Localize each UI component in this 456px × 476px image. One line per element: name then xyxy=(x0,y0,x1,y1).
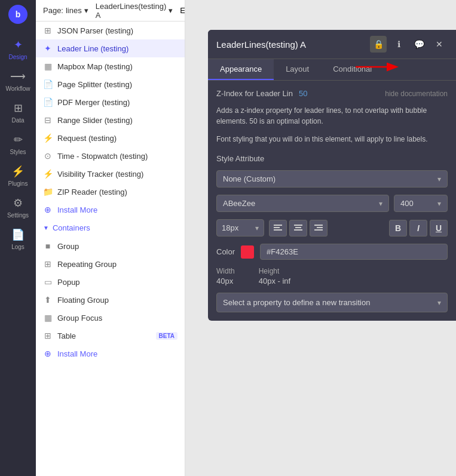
width-item: Width 40px xyxy=(216,267,235,285)
z-index-value[interactable]: 50 xyxy=(299,89,307,98)
sidebar-item-install-more-1[interactable]: ⊕ Install More xyxy=(36,201,185,219)
page-label: Page: xyxy=(43,6,63,15)
height-label: Height xyxy=(259,267,290,275)
containers-label: Containers xyxy=(53,223,90,232)
svg-rect-8 xyxy=(314,225,323,226)
containers-section-header[interactable]: ▼ Containers xyxy=(36,219,185,237)
sidebar-item-floating-group[interactable]: ⬆ Floating Group xyxy=(36,291,185,309)
leader-line-icon: ✦ xyxy=(43,44,53,53)
nav-item-design[interactable]: ✦ Design xyxy=(0,33,36,65)
font-size-dropdown[interactable]: 18px ▾ xyxy=(216,219,264,237)
install-more-2-icon: ⊕ xyxy=(43,349,53,358)
nav-item-workflow[interactable]: ⟶ Workflow xyxy=(0,65,36,97)
sidebar-item-page-splitter[interactable]: 📄 Page Splitter (testing) xyxy=(36,75,185,93)
width-height-row: Width 40px Height 40px - inf xyxy=(216,267,448,285)
sidebar-item-table[interactable]: ⊞ Table BETA xyxy=(36,327,185,345)
nav-label-design: Design xyxy=(8,54,27,60)
doc-text-2: Font styling that you will do in this el… xyxy=(216,134,448,145)
style-attribute-value: None (Custom) xyxy=(223,174,276,183)
sidebar-item-time-stopwatch[interactable]: ⊙ Time - Stopwatch (testing) xyxy=(36,147,185,165)
font-family-value: ABeeZee xyxy=(223,199,255,208)
nav-item-data[interactable]: ⊞ Data xyxy=(0,97,36,128)
page-splitter-icon: 📄 xyxy=(43,79,53,89)
sidebar-item-json-parser[interactable]: ⊞ JSON Parser (testing) xyxy=(36,22,185,39)
sidebar-item-group[interactable]: ■ Group xyxy=(36,237,185,255)
sidebar-item-group-focus[interactable]: ▦ Group Focus xyxy=(36,309,185,327)
underline-button[interactable]: U xyxy=(430,220,448,237)
sidebar-item-popup[interactable]: ▭ Popup xyxy=(36,273,185,291)
request-icon: ⚡ xyxy=(43,133,53,143)
tab-layout[interactable]: Layout xyxy=(274,59,321,80)
doc-text-1: Adds a z-index property for leader lines… xyxy=(216,105,448,127)
edit-button[interactable]: Edit xyxy=(180,6,185,15)
element-chevron-icon: ▾ xyxy=(169,6,173,15)
size-align-row: 18px ▾ xyxy=(216,219,448,237)
sidebar-item-label: Leader Line (testing) xyxy=(57,44,128,53)
popup-icon: ▭ xyxy=(43,277,53,287)
group-icon: ■ xyxy=(43,241,53,251)
transition-chevron-icon: ▾ xyxy=(437,299,441,307)
align-right-button[interactable] xyxy=(310,220,328,237)
containers-list: ■ Group ⊞ Repeating Group ▭ Popup ⬆ Floa… xyxy=(36,237,185,363)
sidebar-item-pdf-merger[interactable]: 📄 PDF Merger (testing) xyxy=(36,93,185,111)
panel-header: LeaderLines(testing) A 🔒 ℹ 💬 ✕ xyxy=(208,30,456,59)
element-name: LeaderLines(testing) A xyxy=(96,2,167,20)
page-selector[interactable]: Page: lines ▾ xyxy=(43,6,88,15)
style-attribute-dropdown[interactable]: None (Custom) ▾ xyxy=(216,170,448,188)
align-center-button[interactable] xyxy=(289,220,307,237)
align-left-button[interactable] xyxy=(269,220,287,237)
sidebar-item-label: Table xyxy=(57,331,76,340)
sidebar-item-zip-reader[interactable]: 📁 ZIP Reader (testing) xyxy=(36,183,185,201)
color-label: Color xyxy=(216,247,235,256)
sidebar-item-request[interactable]: ⚡ Request (testing) xyxy=(36,129,185,147)
sidebar-item-label: Request (testing) xyxy=(57,134,117,143)
sidebar-item-leader-line[interactable]: ✦ Leader Line (testing) xyxy=(36,39,185,57)
sidebar-item-label: PDF Merger (testing) xyxy=(57,98,130,107)
sidebar-item-repeating-group[interactable]: ⊞ Repeating Group xyxy=(36,255,185,273)
sidebar-item-label: JSON Parser (testing) xyxy=(57,26,133,35)
color-row: Color #F4263E xyxy=(216,244,448,260)
font-weight-dropdown[interactable]: 400 ▾ xyxy=(394,195,448,212)
width-label: Width xyxy=(216,267,235,275)
logs-icon: 📄 xyxy=(11,228,25,241)
element-selector[interactable]: LeaderLines(testing) A ▾ xyxy=(96,2,173,20)
app-logo: b xyxy=(8,5,27,24)
doc-paragraph-1: Adds a z-index property for leader lines… xyxy=(216,105,448,127)
italic-button[interactable]: I xyxy=(409,220,427,237)
color-swatch[interactable] xyxy=(241,245,254,259)
sidebar-item-range-slider[interactable]: ⊟ Range Slider (testing) xyxy=(36,111,185,129)
tab-appearance[interactable]: Appearance xyxy=(208,59,274,80)
color-hex-field[interactable]: #F4263E xyxy=(260,244,448,260)
nav-label-data: Data xyxy=(11,117,24,124)
nav-item-styles[interactable]: ✏ Styles xyxy=(0,128,36,160)
font-family-dropdown[interactable]: ABeeZee ▾ xyxy=(216,195,389,212)
install-more-1-icon: ⊕ xyxy=(43,205,53,214)
font-row: ABeeZee ▾ 400 ▾ xyxy=(216,195,448,212)
main-canvas: LeaderLines(testing) A 🔒 ℹ 💬 ✕ Appearanc… xyxy=(185,0,456,476)
font-weight-chevron-icon: ▾ xyxy=(437,199,441,208)
floating-group-icon: ⬆ xyxy=(43,295,53,305)
bold-button[interactable]: B xyxy=(389,220,407,237)
sidebar-item-label: Install More xyxy=(57,349,97,358)
sidebar-item-label: Popup xyxy=(57,278,80,287)
nav-item-logs[interactable]: 📄 Logs xyxy=(0,223,36,255)
nav-item-settings[interactable]: ⚙ Settings xyxy=(0,192,36,223)
sidebar-item-install-more-2[interactable]: ⊕ Install More xyxy=(36,345,185,363)
sidebar-item-mapbox-map[interactable]: ▦ Mapbox Map (testing) xyxy=(36,57,185,75)
lock-icon-button[interactable]: 🔒 xyxy=(370,36,387,53)
hide-documentation-button[interactable]: hide documentation xyxy=(385,90,448,98)
nav-item-plugins[interactable]: ⚡ Plugins xyxy=(0,160,36,192)
sidebar-item-label: Group Focus xyxy=(57,314,102,323)
close-icon-button[interactable]: ✕ xyxy=(431,36,448,53)
plugins-list: ⊞ JSON Parser (testing) ✦ Leader Line (t… xyxy=(36,22,185,219)
table-icon: ⊞ xyxy=(43,331,53,340)
chat-icon-button[interactable]: 💬 xyxy=(411,36,427,53)
z-index-row: Z-Index for Leader Lin 50 hide documenta… xyxy=(216,89,448,98)
height-item: Height 40px - inf xyxy=(259,267,290,285)
svg-rect-6 xyxy=(295,227,301,228)
sidebar-item-visibility-tracker[interactable]: ⚡ Visibility Tracker (testing) xyxy=(36,165,185,183)
transition-dropdown[interactable]: Select a property to define a new transi… xyxy=(216,293,448,312)
info-icon-button[interactable]: ℹ xyxy=(390,36,407,53)
align-right-icon xyxy=(314,225,323,232)
sidebar-item-label: ZIP Reader (testing) xyxy=(57,188,127,196)
